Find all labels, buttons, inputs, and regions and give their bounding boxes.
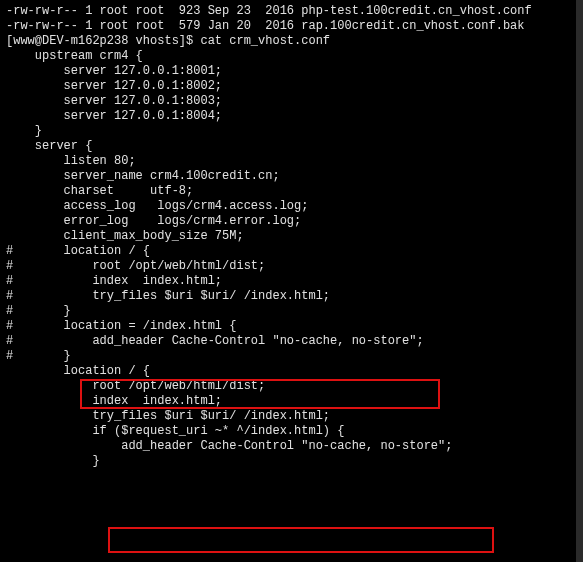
shell-prompt-line[interactable]: [www@DEV-m162p238 vhosts]$ cat crm_vhost… bbox=[6, 34, 577, 49]
config-line: server 127.0.0.1:8001; bbox=[6, 64, 577, 79]
config-line-commented: # } bbox=[6, 349, 577, 364]
config-line: listen 80; bbox=[6, 154, 577, 169]
shell-command: cat crm_vhost.conf bbox=[200, 34, 330, 48]
config-line: index index.html; bbox=[6, 394, 577, 409]
config-line-commented: # try_files $uri $uri/ /index.html; bbox=[6, 289, 577, 304]
vertical-scrollbar[interactable] bbox=[576, 0, 583, 562]
config-line: upstream crm4 { bbox=[6, 49, 577, 64]
config-line: access_log logs/crm4.access.log; bbox=[6, 199, 577, 214]
config-line-commented: # location / { bbox=[6, 244, 577, 259]
config-line: server { bbox=[6, 139, 577, 154]
config-line-commented: # } bbox=[6, 304, 577, 319]
config-line: add_header Cache-Control "no-cache, no-s… bbox=[6, 439, 577, 454]
config-line-commented: # root /opt/web/html/dist; bbox=[6, 259, 577, 274]
config-line-commented: # location = /index.html { bbox=[6, 319, 577, 334]
ls-output-line: -rw-rw-r-- 1 root root 579 Jan 20 2016 r… bbox=[6, 19, 577, 34]
config-line: root /opt/web/html/dist; bbox=[6, 379, 577, 394]
config-line-commented: # index index.html; bbox=[6, 274, 577, 289]
config-line: server_name crm4.100credit.cn; bbox=[6, 169, 577, 184]
config-line: charset utf-8; bbox=[6, 184, 577, 199]
config-line: client_max_body_size 75M; bbox=[6, 229, 577, 244]
ls-output-line: -rw-rw-r-- 1 root root 923 Sep 23 2016 p… bbox=[6, 4, 577, 19]
config-line: server 127.0.0.1:8004; bbox=[6, 109, 577, 124]
prompt-user-host: [www@DEV-m162p238 vhosts]$ bbox=[6, 34, 193, 48]
config-line: } bbox=[6, 124, 577, 139]
config-line: try_files $uri $uri/ /index.html; bbox=[6, 409, 577, 424]
config-line: } bbox=[6, 454, 577, 469]
config-line: error_log logs/crm4.error.log; bbox=[6, 214, 577, 229]
config-line: server 127.0.0.1:8003; bbox=[6, 94, 577, 109]
annotation-highlight-box bbox=[108, 527, 494, 553]
config-line: if ($request_uri ~* ^/index.html) { bbox=[6, 424, 577, 439]
config-line: server 127.0.0.1:8002; bbox=[6, 79, 577, 94]
config-line: location / { bbox=[6, 364, 577, 379]
config-line-commented: # add_header Cache-Control "no-cache, no… bbox=[6, 334, 577, 349]
